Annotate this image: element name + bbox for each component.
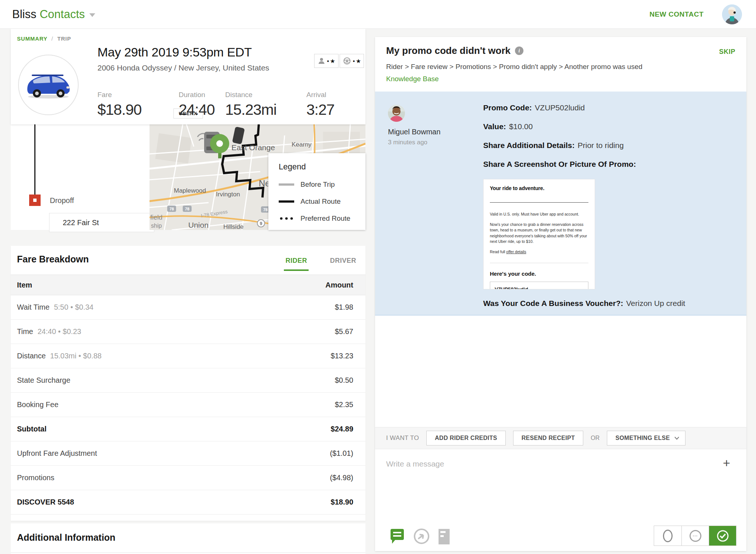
breadcrumb-summary[interactable]: SUMMARY xyxy=(17,35,47,42)
message-content: Promo Code:VZUP502ludid Value:$10.00 Sha… xyxy=(483,104,738,308)
dropoff-address-field[interactable]: 222 Fair St xyxy=(49,213,154,232)
svg-text:field: field xyxy=(150,214,162,221)
legend-title: Legend xyxy=(279,162,365,172)
vehicle-photo xyxy=(18,55,79,115)
voucher-value: Verizon Up credit xyxy=(626,299,685,307)
fare-breakdown-card: Fare Breakdown RIDER DRIVER Item Amount … xyxy=(11,246,365,521)
chevron-down-icon xyxy=(674,435,679,441)
legend-label: Actual Route xyxy=(300,197,341,206)
brand-section: Contacts xyxy=(39,8,85,21)
fare-item-detail: 5:50 • $0.34 xyxy=(54,303,93,312)
message-author: Miguel Bowman xyxy=(388,128,440,136)
legend-swatch-icon xyxy=(279,200,294,203)
stat-label: Duration xyxy=(179,91,215,99)
fare-row: Subtotal $24.89 xyxy=(11,417,365,441)
reply-toolbar: ... xyxy=(375,524,746,551)
trip-stat: Arrival 3:27 xyxy=(306,91,334,118)
solve-button[interactable] xyxy=(709,526,736,546)
divider xyxy=(11,553,365,553)
rider-icon xyxy=(318,57,325,65)
divider xyxy=(490,263,588,263)
action-button[interactable]: ADD RIDER CREDITS xyxy=(426,431,506,445)
forward-icon[interactable] xyxy=(413,528,430,546)
svg-text:Union: Union xyxy=(188,221,209,229)
fare-item-amount: $0.50 xyxy=(335,376,353,385)
bliss-contacts-app: Bliss Contacts NEW CONTACT SUMMARY / TRI… xyxy=(0,0,756,554)
attachment-heading: Your ride to adventure. xyxy=(490,185,588,191)
svg-text:Irvington: Irvington xyxy=(216,191,240,198)
legend-row: Before Trip xyxy=(279,180,365,189)
voucher-field: Was Your Code A Business Voucher?:Verizo… xyxy=(483,299,738,308)
legend-label: Preferred Route xyxy=(300,214,350,223)
legend-swatch-icon xyxy=(279,217,294,220)
rider-rating-value: • ★ xyxy=(327,58,335,65)
driver-rating-badge[interactable]: • ★ xyxy=(340,54,364,68)
stat-value: 15.23mi xyxy=(225,101,276,118)
new-contact-button[interactable]: NEW CONTACT xyxy=(649,0,704,29)
route-section: Dropoff 222 Fair St xyxy=(11,124,365,230)
driver-rating-value: • ★ xyxy=(353,58,361,65)
map-legend: Legend Before Trip Actual Route xyxy=(268,153,365,230)
promo-screenshot-attachment[interactable]: Your ride to adventure. Valid in U.S. on… xyxy=(483,179,595,289)
or-label: OR xyxy=(591,435,599,441)
route-timeline xyxy=(34,124,35,195)
dropoff-address: 222 Fair St xyxy=(63,218,99,227)
field-value: $10.00 xyxy=(509,122,533,131)
fare-item-name: Booking Fee xyxy=(17,400,58,409)
attachment-eligibility: Valid in U.S. only. Must have Uber app a… xyxy=(490,211,588,217)
tab-driver[interactable]: DRIVER xyxy=(330,257,356,265)
legend-swatch-icon xyxy=(279,183,294,186)
chat-reply-icon[interactable] xyxy=(390,528,405,546)
message-field: Value:$10.00 xyxy=(483,123,738,131)
action-button[interactable]: RESEND RECEIPT xyxy=(513,431,584,445)
fare-item-detail: 15.03mi • $0.88 xyxy=(50,352,102,360)
tab-rider[interactable]: RIDER xyxy=(285,257,307,265)
stat-label: Arrival xyxy=(306,91,334,99)
info-icon[interactable]: i xyxy=(515,47,523,55)
fare-item-name: DISCOVER 5548 xyxy=(17,498,74,506)
fare-item-amount: $1.98 xyxy=(335,303,353,312)
ticket-category-path: Rider > Fare review > Promotions > Promo… xyxy=(386,63,642,71)
action-bar: I WANT TO ADD RIDER CREDITS RESEND RECEI… xyxy=(375,427,746,449)
open-status-button[interactable] xyxy=(654,526,681,546)
skip-button[interactable]: SKIP xyxy=(719,48,735,56)
legend-label: Before Trip xyxy=(300,180,335,189)
fare-item-amount: ($4.98) xyxy=(330,474,353,482)
knowledge-base-link[interactable]: Knowledge Base xyxy=(386,75,439,83)
field-label: Promo Code: xyxy=(483,103,532,112)
customer-message: Miguel Bowman 3 minutes ago Promo Code:V… xyxy=(375,92,746,316)
rider-rating-badge[interactable]: • ★ xyxy=(314,54,339,68)
field-label: Value: xyxy=(483,122,506,131)
trip-subtitle: 2006 Honda Odyssey / New Jersey, United … xyxy=(97,63,269,72)
field-value: VZUP502ludid xyxy=(535,103,585,112)
agent-avatar-icon xyxy=(722,4,742,24)
fare-item-amount: ($1.01) xyxy=(330,449,353,458)
fare-item-name: Distance xyxy=(17,352,46,360)
fare-row: DISCOVER 5548 $18.90 xyxy=(11,490,365,515)
breadcrumb-trip[interactable]: TRIP xyxy=(57,35,71,42)
ticket-panel: My promo code didn't work i SKIP Rider >… xyxy=(375,37,746,551)
offer-details-link: offer details xyxy=(506,250,526,254)
fare-item-name: Promotions xyxy=(17,474,54,482)
message-compose-area[interactable]: Write a message + xyxy=(375,449,746,524)
pending-status-button[interactable]: ... xyxy=(681,526,709,546)
notes-icon[interactable] xyxy=(438,528,450,547)
fare-item-name: Time xyxy=(17,327,33,336)
svg-text:78: 78 xyxy=(185,207,189,211)
compose-placeholder: Write a message xyxy=(386,460,444,468)
additional-info-card: Additional Information xyxy=(11,523,365,554)
stat-value: $18.90 xyxy=(97,101,141,118)
svg-text:78: 78 xyxy=(263,207,268,212)
open-circle-icon xyxy=(663,530,673,542)
svg-text:Maplewood: Maplewood xyxy=(174,187,206,194)
svg-text:Hillside: Hillside xyxy=(223,223,244,230)
add-attachment-button[interactable]: + xyxy=(723,456,730,470)
svg-text:78: 78 xyxy=(169,207,174,211)
attachment-read-full: Read full offer details xyxy=(490,249,588,255)
something-else-dropdown[interactable]: SOMETHING ELSE xyxy=(607,431,685,445)
svg-text:ship: ship xyxy=(151,223,162,229)
user-avatar[interactable] xyxy=(722,4,742,24)
brand-dropdown[interactable]: Bliss Contacts xyxy=(12,0,95,29)
stat-label: Distance xyxy=(225,91,276,99)
resolution-button-group: ... xyxy=(654,526,736,546)
